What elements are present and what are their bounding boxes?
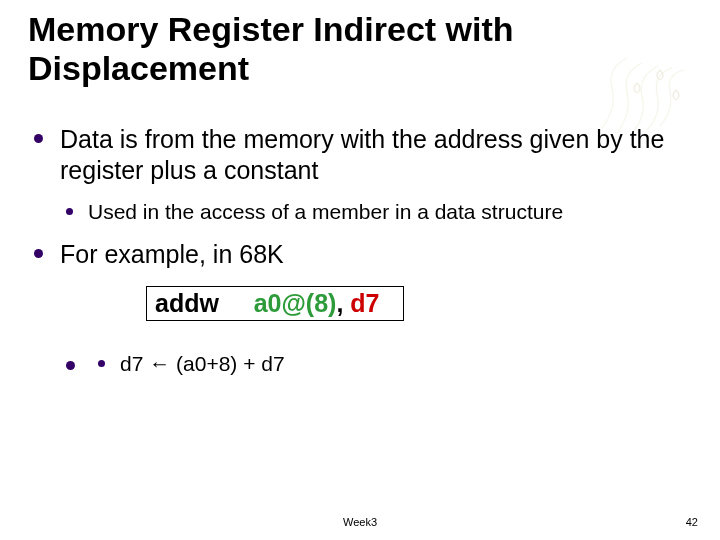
- bullet-item-2: For example, in 68K: [28, 239, 692, 270]
- sub-list-1: Used in the access of a member in a data…: [60, 199, 692, 225]
- sub-bullet-item: d7 ← (a0+8) + d7: [92, 351, 692, 377]
- slide-content: Memory Register Indirect with Displaceme…: [0, 0, 720, 377]
- bullet-item-1: Data is from the memory with the address…: [28, 124, 692, 225]
- sub-list-2: d7 ← (a0+8) + d7: [92, 351, 692, 377]
- code-spacer: [219, 289, 254, 317]
- sub-bullet-text: Used in the access of a member in a data…: [88, 199, 692, 225]
- code-example-box: addw a0@(8), d7: [146, 286, 404, 321]
- footer-label: Week3: [343, 516, 377, 528]
- bullet-text: Data is from the memory with the address…: [60, 124, 692, 187]
- code-operand-dst: d7: [350, 289, 379, 317]
- post-bullet-list: d7 ← (a0+8) + d7: [60, 351, 692, 377]
- code-line: addw a0@(8), d7: [155, 289, 379, 317]
- code-mnemonic: addw: [155, 289, 219, 317]
- main-bullet-list: Data is from the memory with the address…: [28, 124, 692, 270]
- code-comma: ,: [336, 289, 350, 317]
- sub-bullet-text: d7 ← (a0+8) + d7: [120, 351, 692, 377]
- page-title: Memory Register Indirect with Displaceme…: [28, 10, 692, 88]
- bullet-text: For example, in 68K: [60, 239, 692, 270]
- page-number: 42: [686, 516, 698, 528]
- sub-bullet-item: Used in the access of a member in a data…: [60, 199, 692, 225]
- code-operand-src: a0@(8): [254, 289, 337, 317]
